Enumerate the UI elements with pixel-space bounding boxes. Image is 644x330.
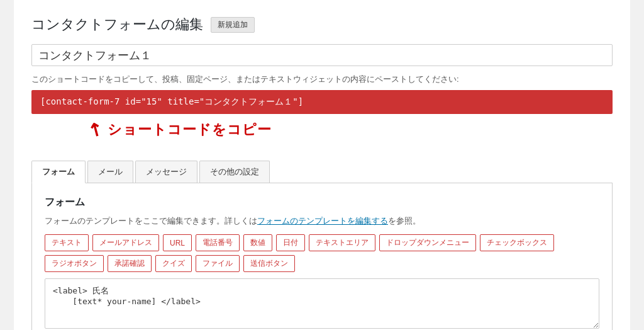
tag-button-ラジオボタン[interactable]: ラジオボタン [45,255,104,272]
tag-button-ファイル[interactable]: ファイル [196,255,240,272]
tab-mail[interactable]: メール [87,161,133,183]
form-section-desc: フォームのテンプレートをここで編集できます。詳しくはフォームのテンプレートを編集… [45,215,599,227]
new-add-button[interactable]: 新規追加 [211,17,255,33]
tab-other-settings[interactable]: その他の設定 [199,161,270,183]
copy-hint-area: ↖ ショートコードをコピー [31,118,613,151]
desc-link[interactable]: フォームのテンプレートを編集する [257,216,388,225]
shortcode-desc: このショートコードをコピーして、投稿、固定ページ、またはテキストウィジェットの内… [31,74,613,85]
tab-form[interactable]: フォーム [31,161,86,183]
page-header: コンタクトフォームの編集 新規追加 [31,15,613,34]
tag-button-ドロップダウンメニュー[interactable]: ドロップダウンメニュー [379,234,476,251]
tag-button-URL[interactable]: URL [163,234,192,251]
form-code-area[interactable] [45,278,599,329]
tag-button-テキストエリア[interactable]: テキストエリア [309,234,375,251]
tab-message[interactable]: メッセージ [135,161,197,183]
arrow-icon: ↖ [84,117,106,142]
page-title: コンタクトフォームの編集 [31,15,203,34]
tag-button-クイズ[interactable]: クイズ [155,255,192,272]
copy-hint-text: ショートコードをコピー [108,120,272,139]
tag-button-チェックボックス[interactable]: チェックボックス [480,234,554,251]
tabs-bar: フォーム メール メッセージ その他の設定 [31,161,613,183]
tag-button-承諾確認[interactable]: 承諾確認 [108,255,152,272]
page-wrapper: コンタクトフォームの編集 新規追加 このショートコードをコピーして、投稿、固定ペ… [14,0,630,330]
tag-button-数値[interactable]: 数値 [243,234,272,251]
tag-button-日付[interactable]: 日付 [276,234,305,251]
form-section-title: フォーム [45,196,599,209]
desc-suffix: を参照。 [388,216,421,225]
tag-button-メールアドレス[interactable]: メールアドレス [92,234,159,251]
desc-prefix: フォームのテンプレートをここで編集できます。詳しくは [45,216,257,225]
shortcode-box[interactable]: [contact-form-7 id="15" title="コンタクトフォーム… [31,90,613,114]
tab-content: フォーム フォームのテンプレートをここで編集できます。詳しくはフォームのテンプレ… [31,183,613,330]
copy-arrow: ↖ ショートコードをコピー [88,119,272,140]
tag-button-送信ボタン[interactable]: 送信ボタン [243,255,295,272]
tag-button-電話番号[interactable]: 電話番号 [196,234,240,251]
tag-buttons-container: テキストメールアドレスURL電話番号数値日付テキストエリアドロップダウンメニュー… [45,234,599,272]
form-name-input[interactable] [31,44,613,66]
tag-button-テキスト[interactable]: テキスト [45,234,89,251]
